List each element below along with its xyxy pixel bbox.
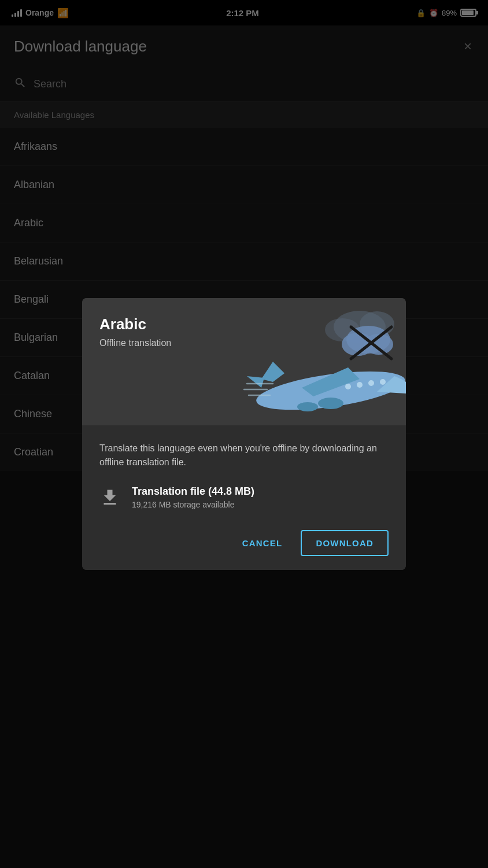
dialog-description: Translate this language even when you're…	[99, 442, 389, 469]
svg-point-9	[345, 384, 351, 389]
airplane-illustration	[227, 304, 406, 425]
svg-point-12	[380, 379, 386, 385]
svg-point-10	[357, 382, 363, 388]
dialog-illustration: Arabic Offline translation	[82, 298, 406, 425]
svg-point-11	[368, 380, 374, 386]
dialog-actions: CANCEL DOWNLOAD	[99, 528, 389, 556]
file-name-label: Translation file (44.8 MB)	[132, 486, 254, 498]
dialog-lang-info: Arabic Offline translation	[99, 315, 171, 348]
modal-overlay: Arabic Offline translation	[0, 0, 488, 868]
cancel-button[interactable]: CANCEL	[231, 530, 294, 556]
download-file-info: Translation file (44.8 MB) 19,216 MB sto…	[132, 486, 254, 509]
download-file-icon	[99, 487, 120, 508]
svg-point-13	[318, 398, 343, 409]
download-button[interactable]: DOWNLOAD	[301, 530, 389, 556]
download-dialog: Arabic Offline translation	[82, 298, 406, 570]
storage-label: 19,216 MB storage available	[132, 500, 254, 509]
dialog-language-subtitle: Offline translation	[99, 338, 171, 348]
dialog-language-name: Arabic	[99, 315, 171, 333]
dialog-body: Translate this language even when you're…	[82, 425, 406, 570]
download-file-row: Translation file (44.8 MB) 19,216 MB sto…	[99, 486, 389, 509]
svg-point-14	[297, 402, 318, 411]
